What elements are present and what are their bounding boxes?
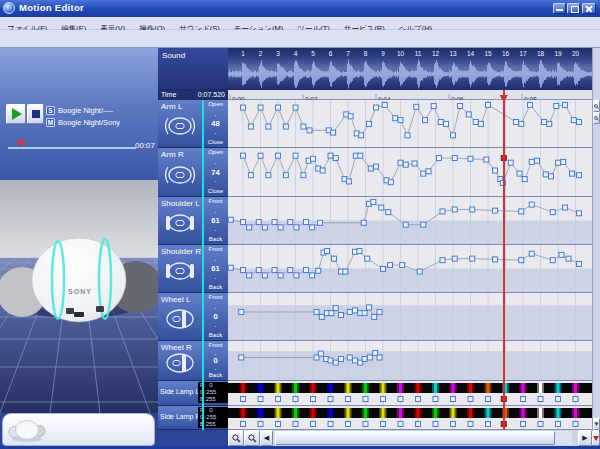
v-scroll-down-button[interactable]: ▼ xyxy=(593,418,600,430)
keyframe[interactable] xyxy=(325,249,330,254)
keyframe[interactable] xyxy=(328,397,333,402)
keyframe[interactable] xyxy=(293,422,298,427)
keyframe[interactable] xyxy=(353,358,358,363)
keyframe[interactable] xyxy=(247,273,252,278)
track-header-wheel-l[interactable]: Wheel LFront·0·Back xyxy=(158,293,228,341)
keyframe[interactable] xyxy=(486,397,491,402)
keyframe[interactable] xyxy=(421,171,426,176)
keyframe[interactable] xyxy=(241,422,246,427)
keyframe[interactable] xyxy=(573,397,578,402)
keyframe[interactable] xyxy=(320,168,325,173)
robot-3d-viewport[interactable]: SONY xyxy=(0,180,158,413)
keyframe[interactable] xyxy=(276,397,281,402)
keyframe[interactable] xyxy=(239,309,244,314)
keyframe[interactable] xyxy=(288,268,293,273)
keyframe[interactable] xyxy=(566,256,571,261)
stop-button[interactable] xyxy=(27,104,44,124)
keyframe[interactable] xyxy=(452,156,457,161)
track-row-side-lamp-r[interactable] xyxy=(228,406,592,430)
keyframe[interactable] xyxy=(367,305,372,310)
keyframe[interactable] xyxy=(550,210,555,215)
keyframe[interactable] xyxy=(258,105,263,110)
keyframe[interactable] xyxy=(328,153,333,158)
keyframe[interactable] xyxy=(559,252,564,257)
keyframe[interactable] xyxy=(493,257,498,262)
keyframe[interactable] xyxy=(377,355,382,360)
zoom-in-button[interactable] xyxy=(228,430,244,446)
keyframe[interactable] xyxy=(283,173,288,178)
track-header-side-lamp-l[interactable]: Side Lamp LR: 0G:255B:255 xyxy=(158,381,228,406)
keyframe[interactable] xyxy=(241,153,246,158)
keyframe[interactable] xyxy=(577,261,582,266)
keyframe[interactable] xyxy=(379,205,384,210)
keyframe[interactable] xyxy=(266,124,271,129)
keyframe[interactable] xyxy=(556,397,561,402)
keyframe[interactable] xyxy=(556,160,561,165)
keyframe[interactable] xyxy=(381,397,386,402)
keyframe[interactable] xyxy=(311,156,316,161)
keyframe[interactable] xyxy=(529,202,534,207)
keyframe[interactable] xyxy=(543,172,548,177)
keyframe[interactable] xyxy=(353,308,358,313)
keyframe[interactable] xyxy=(486,102,491,107)
keyframe[interactable] xyxy=(381,422,386,427)
keyframe[interactable] xyxy=(549,174,554,179)
keyframe[interactable] xyxy=(359,133,364,138)
keyframe[interactable] xyxy=(346,179,351,184)
track-header-arm-r[interactable]: Arm ROpen·74·Close xyxy=(158,148,228,197)
track-header-shoulder-r[interactable]: Shoulder RFront·61·Back xyxy=(158,245,228,293)
keyframe[interactable] xyxy=(466,112,471,117)
keyframe[interactable] xyxy=(556,422,561,427)
track-header-side-lamp-r[interactable]: Side Lamp RR: 0G:255B:255 xyxy=(158,406,228,430)
keyframe[interactable] xyxy=(307,128,312,133)
scroll-corner-button[interactable] xyxy=(592,430,600,446)
keyframe[interactable] xyxy=(293,105,298,110)
keyframe[interactable] xyxy=(431,104,436,109)
keyframe[interactable] xyxy=(241,220,246,225)
keyframe[interactable] xyxy=(332,256,337,261)
keyframe[interactable] xyxy=(563,102,568,107)
keyframe[interactable] xyxy=(508,160,513,165)
keyframe[interactable] xyxy=(272,220,277,225)
time-ruler[interactable]: 0:000:020:040:060:08 xyxy=(228,90,592,100)
keyframe[interactable] xyxy=(412,161,417,166)
keyframe[interactable] xyxy=(452,256,457,261)
keyframe[interactable] xyxy=(388,263,393,268)
track-header-arm-l[interactable]: Arm LOpen·48·Close xyxy=(158,100,228,148)
keyframe[interactable] xyxy=(294,273,299,278)
minimize-button[interactable] xyxy=(553,3,566,14)
keyframe[interactable] xyxy=(346,422,351,427)
keyframe[interactable] xyxy=(493,208,498,213)
seek-slider-thumb[interactable] xyxy=(17,140,25,148)
keyframe[interactable] xyxy=(571,118,576,123)
keyframe[interactable] xyxy=(276,422,281,427)
keyframe[interactable] xyxy=(343,269,348,274)
track-header-shoulder-l[interactable]: Shoulder LFront·61·Back xyxy=(158,197,228,245)
keyframe[interactable] xyxy=(363,397,368,402)
playhead-line[interactable] xyxy=(503,90,505,430)
keyframe[interactable] xyxy=(339,313,344,318)
keyframe[interactable] xyxy=(470,207,475,212)
keyframe[interactable] xyxy=(283,124,288,129)
keyframe[interactable] xyxy=(440,258,445,263)
keyframe[interactable] xyxy=(433,397,438,402)
keyframe[interactable] xyxy=(333,306,338,311)
keyframe[interactable] xyxy=(468,156,473,161)
keyframe[interactable] xyxy=(367,121,372,126)
keyframe[interactable] xyxy=(319,314,324,319)
keyframe[interactable] xyxy=(468,397,473,402)
keyframe[interactable] xyxy=(437,156,442,161)
keyframe[interactable] xyxy=(529,159,534,164)
keyframe[interactable] xyxy=(519,258,524,263)
keyframe[interactable] xyxy=(470,256,475,261)
keyframe[interactable] xyxy=(521,422,526,427)
keyframe[interactable] xyxy=(403,222,408,227)
keyframe[interactable] xyxy=(573,422,578,427)
keyframe[interactable] xyxy=(346,397,351,402)
keyframe[interactable] xyxy=(362,311,367,316)
keyframe[interactable] xyxy=(304,220,309,225)
keyframe[interactable] xyxy=(542,120,547,125)
titlebar[interactable]: Motion Editor xyxy=(0,0,600,17)
keyframe[interactable] xyxy=(293,397,298,402)
keyframe[interactable] xyxy=(256,268,261,273)
